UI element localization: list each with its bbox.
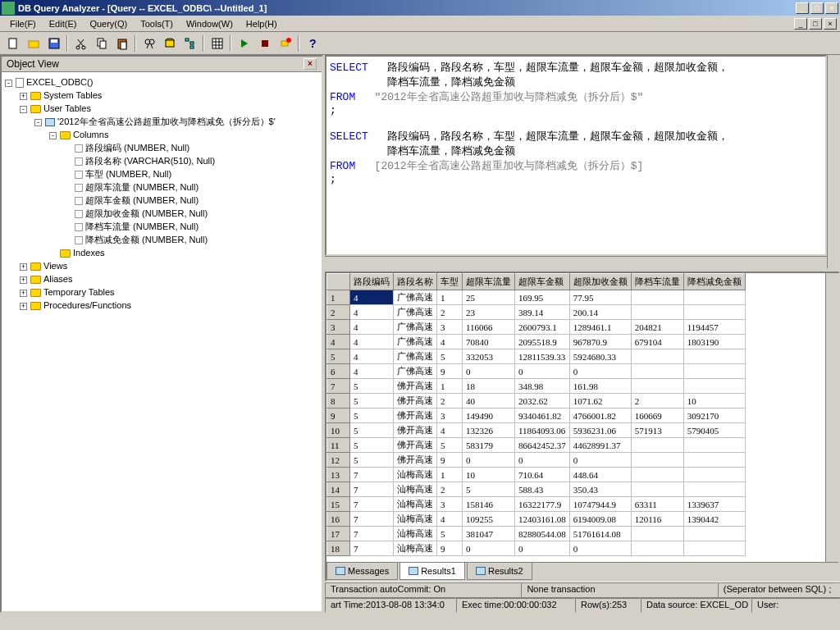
grid-cell[interactable]: 161.98 [569, 379, 631, 394]
row-number[interactable]: 13 [327, 468, 350, 482]
grid-cell[interactable]: 4 [350, 320, 394, 335]
row-number[interactable]: 9 [327, 409, 350, 423]
grid-cell[interactable]: 0 [515, 541, 570, 556]
grid-cell[interactable]: 1194457 [683, 320, 745, 335]
tree-columns-label[interactable]: Columns [73, 130, 108, 139]
grid-cell[interactable] [631, 482, 683, 497]
table-row[interactable]: 34广佛高速31160662600793.11289461.1204821119… [327, 320, 746, 335]
table-row[interactable]: 95佛开高速31494909340461.824766001.821606693… [327, 409, 746, 423]
row-number[interactable]: 2 [327, 305, 350, 320]
maximize-button[interactable]: □ [810, 2, 824, 14]
grid-cell[interactable]: 5 [350, 453, 394, 468]
grid-cell[interactable]: 63311 [631, 497, 683, 512]
grid-cell[interactable]: 583179 [463, 438, 515, 453]
grid-cell[interactable]: 10747944.9 [569, 497, 631, 512]
grid-cell[interactable]: 160669 [631, 409, 683, 423]
grid-cell[interactable]: 3 [437, 320, 463, 335]
stop-button[interactable] [255, 34, 274, 52]
paste-button[interactable] [112, 34, 131, 52]
tree-expand-icon[interactable]: + [20, 303, 27, 310]
save-button[interactable] [44, 34, 63, 52]
grid-cell[interactable] [631, 305, 683, 320]
table-row[interactable]: 115佛开高速558317986642452.3744628991.37 [327, 438, 746, 453]
grid-cell[interactable]: 4 [350, 290, 394, 305]
grid-cell[interactable] [683, 541, 745, 556]
grid-cell[interactable]: 7 [350, 512, 394, 527]
tree-column-item[interactable]: 车型 (NUMBER, Null) [85, 169, 171, 179]
grid-cell[interactable]: 332053 [463, 349, 515, 364]
grid-cell[interactable]: 0 [515, 453, 570, 468]
table-row[interactable]: 85佛开高速2402032.621071.62210 [327, 394, 746, 409]
grid-cell[interactable]: 5 [463, 482, 515, 497]
table-row[interactable]: 187汕梅高速9000 [327, 541, 746, 556]
tab-results1[interactable]: Results1 [399, 563, 465, 580]
grid-cell[interactable]: 18 [463, 379, 515, 394]
grid-cell[interactable]: 158146 [463, 497, 515, 512]
tree-column-item[interactable]: 降档车流量 (NUMBER, Null) [85, 221, 199, 231]
grid-cell[interactable]: 1071.62 [569, 394, 631, 409]
grid-cell[interactable] [631, 438, 683, 453]
grid-cell[interactable] [631, 290, 683, 305]
grid-cell[interactable] [631, 379, 683, 394]
pane-close-button[interactable]: × [304, 58, 317, 70]
mdi-close-button[interactable]: × [824, 18, 837, 30]
new-button[interactable] [3, 34, 22, 52]
cut-button[interactable] [71, 34, 90, 52]
vertical-scrollbar[interactable] [825, 273, 838, 562]
grid-cell[interactable]: 70840 [463, 335, 515, 349]
row-number[interactable]: 1 [327, 290, 350, 305]
tree-collapse-icon[interactable]: - [34, 119, 42, 126]
grid-cell[interactable]: 7 [350, 541, 394, 556]
grid-cell[interactable]: 5 [350, 438, 394, 453]
grid-cell[interactable]: 40 [463, 394, 515, 409]
grid-cell[interactable]: 350.43 [569, 482, 631, 497]
grid-cell[interactable]: 149490 [463, 409, 515, 423]
tree-collapse-icon[interactable]: - [5, 80, 12, 87]
grid-cell[interactable]: 109255 [463, 512, 515, 527]
grid-cell[interactable]: 7 [350, 497, 394, 512]
tree-collapse-icon[interactable]: - [49, 132, 57, 139]
row-number[interactable]: 8 [327, 394, 350, 409]
grid-cell[interactable] [683, 438, 745, 453]
grid-cell[interactable]: 汕梅高速 [394, 497, 437, 512]
grid-cell[interactable]: 9340461.82 [515, 409, 570, 423]
table-row[interactable]: 157汕梅高速315814616322177.910747944.9633111… [327, 497, 746, 512]
grid-cell[interactable]: 0 [463, 541, 515, 556]
grid-cell[interactable]: 7 [350, 527, 394, 541]
row-number[interactable]: 18 [327, 541, 350, 556]
tree-column-item[interactable]: 超限加收金额 (NUMBER, Null) [85, 208, 208, 218]
tree-column-item[interactable]: 路段名称 (VARCHAR(510), Null) [85, 156, 215, 166]
grid-cell[interactable]: 广佛高速 [394, 305, 437, 320]
column-header[interactable]: 车型 [437, 274, 463, 290]
row-number[interactable]: 10 [327, 423, 350, 438]
grid-cell[interactable] [683, 482, 745, 497]
grid-cell[interactable]: 广佛高速 [394, 290, 437, 305]
grid-cell[interactable]: 佛开高速 [394, 409, 437, 423]
grid-cell[interactable]: 967870.9 [569, 335, 631, 349]
row-number[interactable]: 11 [327, 438, 350, 453]
grid-cell[interactable]: 0 [463, 453, 515, 468]
tree-views[interactable]: Views [43, 261, 67, 271]
grid-cell[interactable]: 佛开高速 [394, 423, 437, 438]
grid-cell[interactable] [631, 527, 683, 541]
menu-help[interactable]: Help(H) [240, 17, 284, 30]
grid-cell[interactable]: 5 [350, 379, 394, 394]
grid-cell[interactable]: 9 [437, 364, 463, 379]
grid-cell[interactable]: 0 [569, 453, 631, 468]
copy-button[interactable] [92, 34, 111, 52]
grid-cell[interactable]: 5 [437, 349, 463, 364]
grid-cell[interactable] [683, 468, 745, 482]
grid-cell[interactable] [631, 468, 683, 482]
grid-cell[interactable]: 0 [515, 364, 570, 379]
column-header[interactable]: 路段编码 [350, 274, 394, 290]
grid-cell[interactable]: 448.64 [569, 468, 631, 482]
table-row[interactable]: 14广佛高速125169.9577.95 [327, 290, 746, 305]
grid-cell[interactable]: 710.64 [515, 468, 570, 482]
grid-cell[interactable]: 佛开高速 [394, 394, 437, 409]
row-number[interactable]: 5 [327, 349, 350, 364]
row-number[interactable]: 12 [327, 453, 350, 468]
row-number[interactable]: 7 [327, 379, 350, 394]
table-row[interactable]: 147汕梅高速25588.43350.43 [327, 482, 746, 497]
grid-cell[interactable]: 汕梅高速 [394, 468, 437, 482]
grid-cell[interactable]: 4 [350, 364, 394, 379]
